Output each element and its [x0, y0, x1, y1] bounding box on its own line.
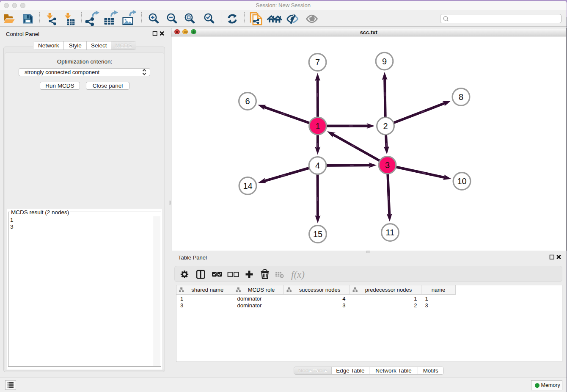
- svg-text:10: 10: [457, 177, 466, 186]
- svg-text:7: 7: [315, 58, 319, 67]
- svg-text:f(x): f(x): [291, 269, 305, 280]
- svg-text:4: 4: [315, 161, 319, 170]
- svg-text:1: 1: [315, 121, 320, 130]
- svg-text:14: 14: [243, 181, 252, 190]
- svg-text:2: 2: [383, 121, 388, 130]
- svg-text:8: 8: [458, 92, 463, 102]
- svg-text:15: 15: [313, 229, 322, 239]
- svg-text:3: 3: [385, 160, 389, 170]
- svg-text:11: 11: [385, 228, 394, 237]
- svg-text:6: 6: [245, 97, 250, 106]
- svg-text:9: 9: [382, 56, 386, 66]
